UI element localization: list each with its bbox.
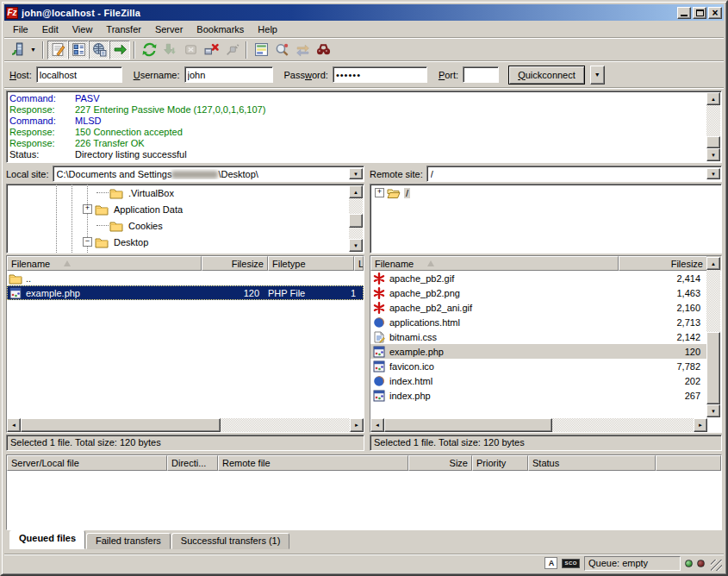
filter-icon xyxy=(254,42,269,57)
speed-limits-icon[interactable]: SCO xyxy=(562,559,580,568)
directory-listing-filters-button[interactable] xyxy=(251,41,271,59)
message-log[interactable]: Command:PASV Response:227 Entering Passi… xyxy=(6,91,722,163)
scroll-down-icon[interactable]: ▼ xyxy=(706,148,720,161)
file-row[interactable]: apache_pb2.gif 2,414 xyxy=(370,271,707,285)
menu-bookmarks[interactable]: Bookmarks xyxy=(190,22,251,36)
host-input[interactable] xyxy=(36,66,122,83)
toggle-message-log-button[interactable] xyxy=(47,41,68,59)
scroll-left-icon[interactable]: ◄ xyxy=(7,418,21,432)
username-input[interactable] xyxy=(184,66,273,83)
tree-item-root[interactable]: + / xyxy=(370,185,721,201)
statusbar: A SCO Queue: empty xyxy=(4,554,724,572)
tab-queued-files[interactable]: Queued files xyxy=(9,530,85,549)
scroll-right-icon[interactable]: ► xyxy=(350,418,364,432)
remote-list-hscrollbar[interactable]: ◄ ► xyxy=(370,418,707,432)
column-filename[interactable]: Filename xyxy=(370,256,619,271)
column-filename[interactable]: Filename xyxy=(7,256,202,271)
find-files-button[interactable] xyxy=(313,41,333,59)
site-manager-button[interactable] xyxy=(7,41,28,59)
local-list-hscrollbar[interactable]: ◄ ► xyxy=(7,418,364,432)
menu-file[interactable]: File xyxy=(6,22,35,36)
tree-item-virtualbox[interactable]: .VirtualBox xyxy=(7,185,364,201)
queue-body[interactable] xyxy=(7,471,721,529)
file-row-parent-dir[interactable]: .. xyxy=(7,271,364,285)
menu-transfer[interactable]: Transfer xyxy=(99,22,148,36)
column-priority[interactable]: Priority xyxy=(472,455,528,471)
column-size[interactable]: Size xyxy=(408,455,472,471)
cancel-operation-button[interactable] xyxy=(180,41,201,59)
quickconnect-dropdown-icon[interactable]: ▼ xyxy=(590,66,605,85)
log-scrollbar[interactable]: ▲ ▼ xyxy=(706,92,720,161)
local-site-combobox[interactable]: C:\Documents and Settings\Desktop\ ▼ xyxy=(53,166,364,182)
tree-item-cookies[interactable]: Cookies xyxy=(7,217,364,234)
reconnect-button[interactable] xyxy=(221,41,242,59)
scroll-left-icon[interactable]: ◄ xyxy=(370,418,384,432)
toggle-local-tree-button[interactable] xyxy=(68,41,89,59)
column-last-modified[interactable]: L xyxy=(354,256,364,271)
scroll-thumb[interactable] xyxy=(384,418,552,432)
remote-list-body[interactable]: apache_pb2.gif 2,414 apache_pb2.png 1,46… xyxy=(370,271,707,418)
directory-comparison-button[interactable] xyxy=(271,41,292,59)
column-filesize[interactable]: Filesize xyxy=(202,256,268,271)
refresh-button[interactable] xyxy=(139,41,159,59)
menu-view[interactable]: View xyxy=(65,22,100,36)
password-input[interactable] xyxy=(333,66,427,83)
collapse-icon[interactable]: − xyxy=(83,237,92,247)
scroll-down-icon[interactable]: ▼ xyxy=(706,404,720,417)
menu-edit[interactable]: Edit xyxy=(35,22,65,36)
column-remote-file[interactable]: Remote file xyxy=(218,455,408,471)
scroll-thumb[interactable] xyxy=(706,332,720,404)
scroll-right-icon[interactable]: ► xyxy=(694,418,707,432)
file-row[interactable]: applications.html 2,713 xyxy=(370,315,707,329)
menu-server[interactable]: Server xyxy=(148,22,190,36)
disconnect-button[interactable] xyxy=(201,41,221,59)
file-row[interactable]: apache_pb2.png 1,463 xyxy=(370,285,707,300)
local-list-body[interactable]: .. example.php 120 PHP File 1 xyxy=(7,271,364,418)
column-filesize[interactable]: Filesize xyxy=(619,256,707,271)
column-direction[interactable]: Directi... xyxy=(167,455,218,471)
remote-directory-tree[interactable]: + / xyxy=(370,184,722,254)
chevron-down-icon[interactable]: ▼ xyxy=(349,168,363,179)
datatype-icon[interactable]: A xyxy=(544,557,557,569)
local-directory-tree[interactable]: ▲ ▼ .VirtualBox + Application Data xyxy=(6,184,364,254)
scroll-up-icon[interactable]: ▲ xyxy=(706,257,720,270)
chevron-down-icon[interactable]: ▼ xyxy=(706,168,720,179)
tree-item-desktop[interactable]: − Desktop xyxy=(7,234,364,250)
site-manager-dropdown-icon[interactable]: ▼ xyxy=(28,41,39,59)
tab-failed-transfers[interactable]: Failed transfers xyxy=(86,533,171,549)
menu-help[interactable]: Help xyxy=(251,22,284,36)
file-row-example-php[interactable]: example.php 120 PHP File 1 xyxy=(7,285,364,300)
port-input[interactable] xyxy=(463,66,499,83)
remote-site-combobox[interactable]: / ▼ xyxy=(426,166,722,182)
scroll-up-icon[interactable]: ▲ xyxy=(706,92,720,105)
quickconnect-button[interactable]: Quickconnect xyxy=(508,66,585,85)
scroll-thumb[interactable] xyxy=(21,418,221,432)
toggle-transfer-queue-button[interactable] xyxy=(109,41,130,59)
tree-item-application-data[interactable]: + Application Data xyxy=(7,201,364,217)
file-row-selected[interactable]: example.php 120 xyxy=(370,344,707,359)
column-status[interactable]: Status xyxy=(528,455,656,471)
remote-list-scrollbar[interactable]: ▲ ▼ xyxy=(706,257,720,417)
file-row[interactable]: apache_pb2_ani.gif 2,160 xyxy=(370,300,707,315)
column-filetype[interactable]: Filetype xyxy=(268,256,354,271)
expand-icon[interactable]: + xyxy=(375,188,384,197)
find-files-icon xyxy=(316,42,331,57)
file-row[interactable]: index.php 267 xyxy=(370,388,707,403)
file-row[interactable]: index.html 202 xyxy=(370,373,707,388)
process-queue-button[interactable] xyxy=(159,41,180,59)
file-row[interactable]: favicon.ico 7,782 xyxy=(370,359,707,373)
scroll-thumb[interactable] xyxy=(706,136,720,148)
tab-successful-transfers[interactable]: Successful transfers (1) xyxy=(171,533,290,549)
resize-grip[interactable] xyxy=(711,560,722,571)
minimize-icon[interactable] xyxy=(677,7,691,19)
close-icon[interactable]: × xyxy=(708,7,722,19)
quickconnect-bar: Host: Username: Password: Port: Quickcon… xyxy=(4,62,724,87)
synchronized-browsing-button[interactable] xyxy=(292,41,313,59)
expand-icon[interactable]: + xyxy=(83,204,92,214)
titlebar[interactable]: Fz john@localhost - FileZilla × xyxy=(4,4,724,21)
file-row[interactable]: bitnami.css 2,142 xyxy=(370,329,707,344)
transfer-queue: Server/Local file Directi... Remote file… xyxy=(6,454,722,530)
column-server-local-file[interactable]: Server/Local file xyxy=(7,455,167,471)
maximize-icon[interactable] xyxy=(693,7,706,19)
toggle-remote-tree-button[interactable] xyxy=(89,41,109,59)
